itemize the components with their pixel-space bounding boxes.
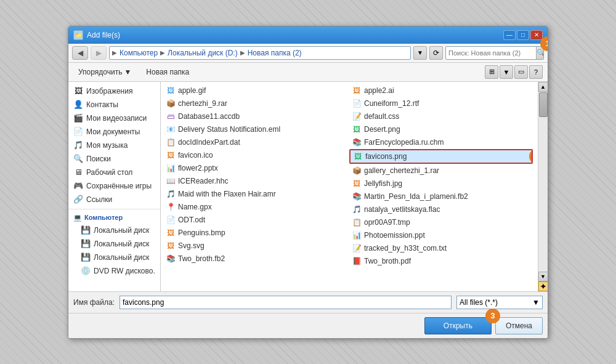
path-folder[interactable]: Новая папка (2) — [248, 49, 302, 57]
view-pane-button[interactable]: ▭ — [514, 65, 528, 79]
file-name-gpx[interactable]: 📍 Name.gpx — [163, 201, 347, 213]
sidebar-disk-1[interactable]: 💾 Локальный диск — [68, 224, 160, 237]
file-cuneiform-rtf[interactable]: 📄 Cuneiform_12.rtf — [349, 97, 533, 110]
desktop-icon: 🖥 — [73, 168, 83, 177]
sidebar-item-documents[interactable]: 📄 Мои документы — [68, 125, 160, 139]
title-bar: 📁 Add file(s) — □ ✕ — [68, 26, 548, 44]
file-martin-fb2[interactable]: 📚 Martin_Pesn_Ida_i_plameni.fb2 — [349, 190, 533, 203]
gif-icon: 🖼 — [166, 86, 176, 95]
file-delivery-eml[interactable]: 📧 Delivery Status Notification.eml — [163, 123, 347, 135]
file-favicon-ico[interactable]: 🖼 favicon.ico — [163, 149, 347, 161]
jpg-icon: 🖼 — [352, 179, 362, 188]
back-button[interactable]: ◀ — [72, 46, 88, 60]
martin-fb2-icon: 📚 — [352, 192, 362, 201]
file-svg[interactable]: 🖼 Svg.svg — [163, 240, 347, 252]
file-photoemission-ppt[interactable]: 📊 Photoemission.ppt — [349, 229, 533, 241]
sidebar-item-search[interactable]: 🔍 Поиски — [68, 152, 160, 166]
minimize-button[interactable]: — — [503, 30, 516, 40]
file-database-accdb[interactable]: 🗃 Database11.accdb — [163, 110, 347, 123]
sidebar-item-links[interactable]: 🔗 Ссылки — [68, 193, 160, 206]
gallery-rar-icon: 📦 — [352, 166, 362, 176]
documents-icon: 📄 — [73, 127, 83, 137]
path-disk[interactable]: Локальный диск (D:) — [168, 49, 238, 57]
new-folder-button[interactable]: Новая папка — [141, 66, 194, 78]
address-path[interactable]: ▶ Компьютер ▶ Локальный диск (D:) ▶ Нова… — [109, 46, 411, 60]
file-chertezhi-rar[interactable]: 📦 chertezhi_9.rar — [163, 97, 347, 110]
scrollbar[interactable]: ▲ ▼ ✦ — [538, 82, 548, 291]
file-maid-amr[interactable]: 🎵 Maid with the Flaxen Hair.amr — [163, 188, 347, 200]
filename-input[interactable] — [120, 296, 452, 309]
file-natalya-flac[interactable]: 🎵 natalya_vetlitskaya.flac — [349, 203, 533, 216]
view-grid-button[interactable]: ⊞ — [485, 65, 498, 79]
sidebar-disk-3[interactable]: 💾 Локальный диск — [68, 251, 160, 264]
sidebar-item-desktop[interactable]: 🖥 Рабочий стол — [68, 166, 160, 179]
view-dropdown-button[interactable]: ▼ — [500, 65, 513, 79]
contacts-icon: 👤 — [73, 100, 83, 110]
help-button[interactable]: ? — [529, 65, 543, 79]
organize-button[interactable]: Упорядочить ▼ — [73, 66, 136, 78]
computer-section-header[interactable]: 💻 Компьютер — [68, 212, 160, 224]
file-gallery-rar[interactable]: 📦 gallery_chertezhi_1.rar — [349, 164, 533, 177]
file-penguins-bmp[interactable]: 🖼 Penguins.bmp — [163, 227, 347, 239]
refresh-button[interactable]: ⟳ — [429, 46, 443, 60]
filetype-dropdown[interactable]: All files (*.*) ▼ — [456, 296, 543, 309]
accdb-icon: 🗃 — [166, 111, 176, 121]
close-button[interactable]: ✕ — [530, 30, 543, 40]
file-favicons-png[interactable]: 🖼 favicons.png 2 — [349, 149, 533, 164]
file-default-css[interactable]: 📝 default.css — [349, 110, 533, 123]
search-box[interactable]: 🔍 — [445, 46, 544, 60]
cancel-button[interactable]: Отмена — [495, 317, 543, 334]
file-list: 🖼 apple.gif 📦 chertezhi_9.rar 🗃 Database… — [161, 82, 538, 291]
address-dropdown[interactable]: ▼ — [413, 46, 427, 60]
computer-icon: 💻 — [73, 214, 82, 222]
sidebar-item-videos[interactable]: 🎬 Мои видеозаписи — [68, 111, 160, 125]
toolbar: Упорядочить ▼ Новая папка ⊞ ▼ ▭ ? — [68, 63, 548, 82]
scroll-down-button[interactable]: ▼ — [538, 272, 548, 281]
file-apple2-ai[interactable]: 🖼 apple2.ai — [349, 84, 533, 97]
tmp-icon: 📋 — [352, 217, 362, 227]
file-desert-png[interactable]: 🖼 Desert.png — [349, 123, 533, 135]
ai-icon: 🖼 — [352, 86, 362, 95]
sidebar-disk-2[interactable]: 💾 Локальный диск — [68, 237, 160, 251]
file-icereader-hhc[interactable]: 📖 ICEReader.hhc — [163, 175, 347, 187]
file-two-broth-pdf[interactable]: 📕 Two_broth.pdf — [349, 255, 533, 267]
dat-icon: 📋 — [166, 137, 176, 147]
file-two-broth-fb2[interactable]: 📚 Two_broth.fb2 — [163, 253, 347, 265]
sidebar-dvd[interactable]: 💿 DVD RW дисково... — [68, 264, 160, 278]
file-odt[interactable]: 📄 ODT.odt — [163, 214, 347, 226]
search-input[interactable] — [446, 49, 536, 57]
path-computer[interactable]: Компьютер — [120, 49, 158, 57]
annotation-3: 3 — [485, 309, 500, 323]
filename-label: Имя файла: — [73, 298, 115, 307]
search-sidebar-icon: 🔍 — [73, 154, 83, 164]
png-desert-icon: 🖼 — [352, 124, 362, 134]
sidebar-item-savedgames[interactable]: 🎮 Сохранённые игры — [68, 179, 160, 193]
pdf-icon: 📕 — [352, 256, 362, 266]
maximize-button[interactable]: □ — [517, 30, 529, 40]
scroll-track[interactable] — [538, 92, 548, 272]
file-column-right: 🖼 apple2.ai 📄 Cuneiform_12.rtf 📝 default… — [349, 84, 535, 289]
file-flower-pptx[interactable]: 📊 flower2.pptx — [163, 162, 347, 174]
sidebar-item-music[interactable]: 🎵 Моя музыка — [68, 139, 160, 152]
fb2-icon: 📚 — [166, 254, 176, 264]
file-tracked-txt[interactable]: 📝 tracked_by_h33t_com.txt — [349, 242, 533, 254]
images-icon: 🖼 — [73, 86, 83, 96]
amr-icon: 🎵 — [166, 189, 176, 199]
file-farencyclopedia-chm[interactable]: 📚 FarEncyclopedia.ru.chm — [349, 136, 533, 148]
bottom-bar: Имя файла: All files (*.*) ▼ — [68, 291, 548, 313]
scroll-up-button[interactable]: ▲ — [538, 82, 548, 92]
forward-button[interactable]: ▶ — [91, 46, 107, 60]
file-apple-gif[interactable]: 🖼 apple.gif — [163, 84, 347, 97]
ppt-icon: 📊 — [352, 230, 362, 240]
scroll-thumb[interactable] — [539, 92, 548, 117]
eml-icon: 📧 — [166, 124, 176, 134]
file-jellyfish-jpg[interactable]: 🖼 Jellyfish.jpg — [349, 177, 533, 190]
hhc-icon: 📖 — [166, 176, 176, 186]
file-docid-dat[interactable]: 📋 docIdIndexPart.dat — [163, 136, 347, 148]
open-button[interactable]: Открыть — [424, 317, 492, 334]
sidebar-item-images[interactable]: 🖼 Изображения — [68, 84, 160, 98]
sidebar-item-contacts[interactable]: 👤 Контакты — [68, 98, 160, 111]
odt-icon: 📄 — [166, 215, 176, 225]
music-icon: 🎵 — [73, 140, 83, 150]
file-opr-tmp[interactable]: 📋 opr00A9T.tmp — [349, 216, 533, 229]
